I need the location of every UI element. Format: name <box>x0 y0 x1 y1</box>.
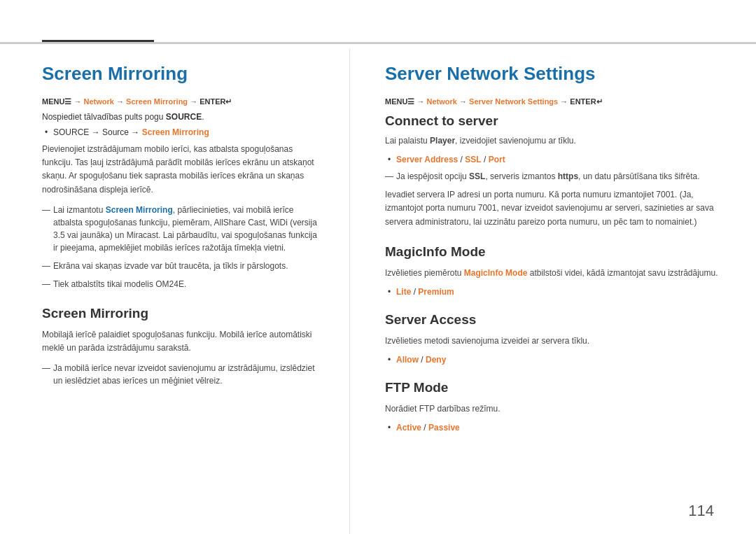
screen-mirroring-link: Screen Mirroring <box>126 97 188 106</box>
connect-title: Connect to server <box>385 113 728 129</box>
ssl-dash: Ja iespējosit opciju SSL, serveris izman… <box>385 170 728 183</box>
magicinfo-body: Izvēlieties piemērotu MagicInfo Mode atb… <box>385 267 728 280</box>
network-link: Network <box>84 97 114 106</box>
left-column: Screen Mirroring MENU☰ → Network → Scree… <box>0 49 350 534</box>
ftp-title: FTP Mode <box>385 380 728 395</box>
server-access-body: Izvēlieties metodi savienojuma izveidei … <box>385 335 728 348</box>
active-orange: Active <box>396 423 421 433</box>
intro-text: Pievienojiet izstrādājumam mobilo ierīci… <box>42 143 321 197</box>
ftp-bullet: Active / Passive <box>396 423 728 433</box>
magicinfo-orange: MagicInfo Mode <box>464 268 528 278</box>
screen-mirroring-orange: Screen Mirroring <box>142 127 209 137</box>
server-ip-text: Ievadiet servera IP adresi un porta numu… <box>385 188 728 229</box>
passive-orange: Passive <box>428 423 460 433</box>
source-bullet: SOURCE → Source → Screen Mirroring <box>53 127 321 137</box>
deny-orange: Deny <box>426 355 446 365</box>
port-orange: Port <box>489 155 505 164</box>
right-menu-label: MENU☰ <box>385 97 414 106</box>
ftp-body: Norādiet FTP darbības režīmu. <box>385 402 728 416</box>
source-note: Nospiediet tālvadības pults pogu SOURCE. <box>42 112 321 122</box>
dash-item-3: Tiek atbalstīts tikai modelis OM24E. <box>42 278 321 290</box>
right-menu-icon: ☰ <box>407 97 414 106</box>
right-network-link: Network <box>427 97 457 106</box>
allow-orange: Allow <box>396 355 419 365</box>
server-network-link: Server Network Settings <box>469 97 558 106</box>
menu-label: MENU☰ <box>42 97 71 106</box>
page-number: 114 <box>688 502 714 520</box>
menu-icon: ☰ <box>64 97 71 106</box>
right-enter-label: ENTER↵ <box>570 97 602 106</box>
top-divider <box>0 42 756 44</box>
dash-item-2: Ekrāna vai skaņas izvade var būt traucēt… <box>42 260 321 272</box>
dash-item-1: Lai izmantotu Screen Mirroring, pārlieci… <box>42 204 321 254</box>
enter-label: ENTER↵ <box>200 97 232 106</box>
right-section-title: Server Network Settings <box>385 63 728 85</box>
connect-bullet: Server Address / SSL / Port <box>396 155 728 164</box>
ssl-orange: SSL <box>465 155 481 164</box>
subsection-title: Screen Mirroring <box>42 306 321 321</box>
screen-mirroring-bold: Screen Mirroring <box>106 205 173 215</box>
server-access-title: Server Access <box>385 312 728 328</box>
connect-body: Lai palaistu Player, izveidojiet savieno… <box>385 134 728 148</box>
subsection-dash: Ja mobilā ierīce nevar izveidot savienoj… <box>42 362 321 387</box>
magicinfo-bullet: Lite / Premium <box>396 287 728 297</box>
lite-orange: Lite <box>396 287 411 297</box>
server-access-bullet: Allow / Deny <box>396 355 728 365</box>
right-menu-path: MENU☰ → Network → Server Network Setting… <box>385 97 728 106</box>
magicinfo-title: MagicInfo Mode <box>385 244 728 260</box>
left-section-title: Screen Mirroring <box>42 63 321 85</box>
subsection-text: Mobilajā ierīcē palaidiet spoguļošanas f… <box>42 328 321 355</box>
server-address-orange: Server Address <box>396 155 458 164</box>
right-column: Server Network Settings MENU☰ → Network … <box>350 49 756 534</box>
left-menu-path: MENU☰ → Network → Screen Mirroring → ENT… <box>42 97 321 106</box>
premium-orange: Premium <box>418 287 454 297</box>
